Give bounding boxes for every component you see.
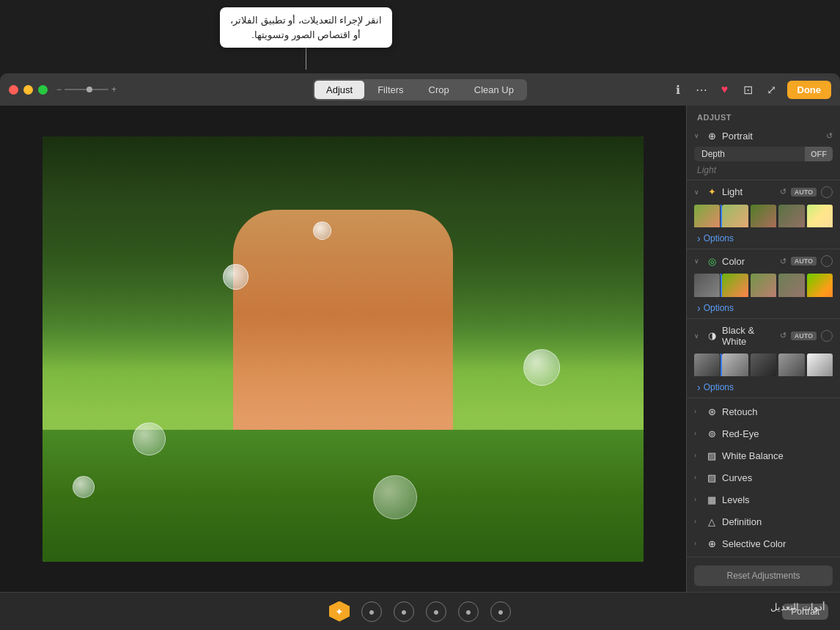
portrait-reset-icon[interactable]: ↺ — [826, 131, 833, 141]
reset-adjustments-button[interactable]: Reset Adjustments — [694, 565, 833, 586]
tooltip-bubble: انقر لإجراء التعديلات، أو تطبيق الفلاتر،… — [220, 7, 392, 48]
chevron-curves-icon: › — [694, 474, 701, 481]
section-portrait[interactable]: ∨ ⊕ Portrait ↺ — [687, 126, 840, 145]
color-options[interactable]: Options — [687, 300, 840, 316]
color-toggle[interactable] — [821, 255, 833, 267]
section-whitebalance[interactable]: › ▨ White Balance — [687, 444, 840, 466]
chevron-sc-icon: › — [694, 540, 701, 547]
light-reset-icon[interactable]: ↺ — [780, 187, 786, 197]
light-toggle[interactable] — [821, 186, 833, 198]
divider-3 — [687, 318, 840, 319]
redeye-label: Red-Eye — [722, 428, 833, 439]
section-curves[interactable]: › ▨ Curves — [687, 466, 840, 488]
bottom-dot-3[interactable]: ● — [426, 601, 446, 622]
hexagon-icon[interactable]: ✦ — [329, 601, 350, 622]
bottom-dot-1[interactable]: ● — [361, 601, 382, 622]
main-window: − + Adjust Filters Crop Clean Up ℹ ⋯ ♥ ⊡… — [0, 73, 840, 630]
bottom-annotation-label: أدوات التعديل — [770, 601, 825, 612]
wb-icon: ▨ — [706, 450, 718, 461]
zoom-slider[interactable]: − + — [56, 84, 117, 95]
curves-label: Curves — [722, 472, 833, 483]
tab-cleanup[interactable]: Clean Up — [463, 81, 526, 99]
retouch-icon: ⊛ — [706, 406, 718, 417]
bw-icon: ◑ — [706, 330, 718, 342]
definition-icon: △ — [706, 516, 718, 527]
portrait-light-sub: Light — [687, 163, 840, 177]
color-thumb-3[interactable] — [751, 274, 776, 297]
section-selective-color[interactable]: › ⊕ Selective Color — [687, 532, 840, 554]
light-thumb-2[interactable] — [722, 205, 748, 228]
right-toolbar: ℹ ⋯ ♥ ⊡ ⤢ Done — [670, 81, 832, 99]
heart-icon[interactable]: ♥ — [717, 81, 733, 98]
zoom-plus-icon: + — [111, 84, 117, 95]
section-color[interactable]: ∨ ◎ Color ↺ AUTO — [687, 252, 840, 271]
color-thumb-5[interactable] — [807, 274, 833, 297]
bw-options[interactable]: Options — [687, 379, 840, 395]
chevron-bw-icon: ∨ — [694, 332, 701, 340]
definition-label: Definition — [722, 516, 833, 527]
divider-1 — [687, 180, 840, 180]
color-thumb-1[interactable] — [694, 274, 720, 297]
bw-thumb-3[interactable] — [751, 354, 776, 377]
chevron-definition-icon: › — [694, 518, 701, 525]
section-bw[interactable]: ∨ ◑ Black & White ↺ AUTO — [687, 321, 840, 351]
bw-thumb-4[interactable] — [778, 354, 804, 377]
wb-label: White Balance — [722, 450, 833, 461]
share-icon[interactable]: ⋯ — [693, 81, 710, 98]
bw-thumb-1[interactable] — [694, 354, 720, 377]
tooltip-connector-line — [306, 48, 306, 70]
color-thumb-4[interactable] — [778, 274, 804, 297]
done-button[interactable]: Done — [787, 81, 832, 99]
tab-crop[interactable]: Crop — [417, 81, 461, 99]
light-label: Light — [722, 186, 775, 197]
zoom-minus-icon: − — [56, 84, 62, 95]
section-definition[interactable]: › △ Definition — [687, 510, 840, 532]
curves-icon: ▨ — [706, 472, 718, 483]
bw-thumb-2[interactable] — [722, 354, 748, 377]
color-label: Color — [722, 256, 775, 267]
bottom-dot-4[interactable]: ● — [458, 601, 479, 622]
more-icon[interactable]: ⤢ — [764, 81, 780, 98]
light-thumb-4[interactable] — [778, 205, 804, 228]
light-thumb-5[interactable] — [807, 205, 833, 228]
bottom-dot-2[interactable]: ● — [394, 601, 414, 622]
light-auto-badge: AUTO — [791, 188, 817, 197]
minimize-button[interactable] — [23, 85, 33, 95]
tab-filters[interactable]: Filters — [366, 81, 415, 99]
bw-toggle[interactable] — [821, 330, 833, 342]
section-redeye[interactable]: › ⊚ Red-Eye — [687, 422, 840, 444]
light-thumb-3[interactable] — [751, 205, 776, 228]
info-icon[interactable]: ℹ — [670, 81, 686, 98]
bottom-dot-5[interactable]: ● — [490, 601, 511, 622]
bw-auto-badge: AUTO — [791, 332, 817, 340]
crop-icon[interactable]: ⊡ — [740, 81, 756, 98]
levels-label: Levels — [722, 494, 833, 505]
light-options[interactable]: Options — [687, 230, 840, 246]
tab-adjust[interactable]: Adjust — [314, 81, 364, 99]
light-sun-icon: ✦ — [706, 186, 718, 198]
divider-bottom — [687, 557, 840, 557]
close-button[interactable] — [9, 85, 18, 95]
color-reset-icon[interactable]: ↺ — [780, 257, 786, 266]
depth-label: Depth — [694, 147, 805, 161]
section-retouch[interactable]: › ⊛ Retouch — [687, 400, 840, 422]
maximize-button[interactable] — [38, 85, 48, 95]
bw-thumb-5[interactable] — [807, 354, 833, 377]
chevron-light-icon: ∨ — [694, 188, 701, 196]
chevron-levels-icon: › — [694, 496, 701, 503]
depth-value[interactable]: OFF — [805, 147, 833, 161]
panel-header: ADJUST — [687, 106, 840, 126]
bottom-toolbar: ✦ ● ● ● ● ● Portrait — [0, 592, 840, 630]
bw-thumb-strip — [694, 354, 833, 377]
light-thumb-strip — [694, 205, 833, 228]
levels-icon: ▦ — [706, 494, 718, 505]
section-levels[interactable]: › ▦ Levels — [687, 488, 840, 510]
color-thumb-2[interactable] — [722, 274, 748, 297]
light-thumb-1[interactable] — [694, 205, 720, 228]
color-thumb-strip — [694, 274, 833, 297]
titlebar: − + Adjust Filters Crop Clean Up ℹ ⋯ ♥ ⊡… — [0, 73, 840, 106]
chevron-wb-icon: › — [694, 452, 701, 459]
traffic-lights — [9, 85, 48, 95]
section-light[interactable]: ∨ ✦ Light ↺ AUTO — [687, 183, 840, 202]
bw-reset-icon[interactable]: ↺ — [780, 331, 786, 340]
